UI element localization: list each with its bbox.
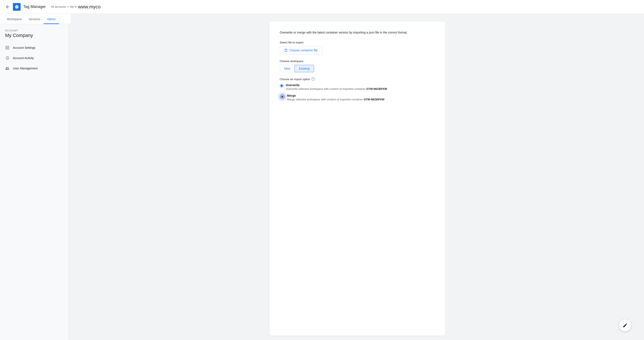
merge-desc-text: Merge selected workspace with content of…: [287, 98, 363, 101]
import-option-text: Choose an import option: [280, 78, 310, 81]
history-icon: [5, 56, 10, 60]
dialog-body: Overwrite or merge with the latest conta…: [71, 17, 644, 340]
sidebar: ACCOUNT My Company Account Settings Acco…: [0, 24, 69, 340]
main-content: ACCOUNT My Company Account Settings Acco…: [0, 24, 644, 340]
tab-versions[interactable]: Versions: [25, 15, 44, 24]
grid-icon: [5, 46, 10, 50]
overwrite-option-content: Overwrite Overwrite selected workspace w…: [286, 83, 387, 90]
select-file-label: Select file to import: [280, 41, 435, 44]
sidebar-item-label: Account Activity: [13, 56, 34, 60]
overwrite-desc-text: Overwrite selected workspace with conten…: [286, 87, 366, 90]
overwrite-label: Overwrite: [286, 83, 387, 87]
merge-radio-inner: [281, 96, 283, 98]
app-header: Tag Manager All accounts > My N www.myco: [0, 0, 644, 14]
svg-rect-0: [6, 46, 7, 48]
merge-option: Merge Merge selected workspace with cont…: [280, 94, 435, 101]
domain-name: www.myco: [78, 4, 100, 10]
workspace-toggle: New Existing: [280, 65, 435, 72]
import-option-section: Choose an import option ? Overwrite Over…: [280, 77, 435, 101]
breadcrumb: All accounts > My N www.myco: [51, 4, 100, 10]
sidebar-item-label: Account Settings: [13, 46, 36, 49]
merge-option-content: Merge Merge selected workspace with cont…: [287, 94, 384, 101]
choose-workspace-label: Choose workspace: [280, 60, 435, 63]
choose-file-button[interactable]: Choose container file: [280, 46, 322, 54]
app-title: Tag Manager: [23, 5, 46, 9]
choose-workspace-section: Choose workspace New Existing: [280, 60, 435, 72]
dialog-description: Overwrite or merge with the latest conta…: [280, 30, 435, 35]
back-button[interactable]: [4, 3, 12, 11]
merge-radio-outer: [280, 95, 284, 99]
dialog-panel: Import Container Overwrite or merge with…: [71, 0, 644, 340]
breadcrumb-all-accounts[interactable]: All accounts: [51, 5, 66, 8]
overwrite-radio[interactable]: [280, 84, 284, 88]
sidebar-item-user-management[interactable]: User Management: [0, 63, 68, 74]
dialog-card: Overwrite or merge with the latest conta…: [270, 22, 446, 336]
merge-container-id: GTM-N6ZBPXW: [364, 98, 384, 101]
workspace-new-button[interactable]: New: [280, 65, 294, 72]
tab-workspace[interactable]: Workspace: [4, 15, 25, 24]
import-option-label: Choose an import option ?: [280, 77, 435, 81]
people-icon: [5, 66, 10, 71]
tab-admin[interactable]: Admin: [44, 15, 59, 24]
help-icon[interactable]: ?: [312, 77, 315, 81]
svg-rect-3: [8, 48, 9, 49]
svg-rect-1: [8, 46, 9, 48]
sidebar-account-name: My Company: [0, 33, 68, 43]
sidebar-item-account-activity[interactable]: Account Activity: [0, 53, 68, 63]
workspace-existing-button[interactable]: Existing: [294, 65, 314, 72]
fab-button[interactable]: [619, 319, 631, 331]
overwrite-container-id: GTM-N6ZBPXW: [366, 87, 387, 90]
sidebar-account-label: ACCOUNT: [0, 29, 68, 33]
merge-radio-wrapper[interactable]: [280, 94, 285, 99]
app-logo: [13, 3, 20, 11]
sidebar-item-account-settings[interactable]: Account Settings: [0, 43, 68, 53]
merge-label: Merge: [287, 94, 384, 97]
merge-desc: Merge selected workspace with content of…: [287, 98, 384, 101]
breadcrumb-account: My N: [70, 5, 77, 8]
sidebar-item-label: User Management: [13, 67, 38, 70]
overwrite-option: Overwrite Overwrite selected workspace w…: [280, 83, 435, 90]
overwrite-desc: Overwrite selected workspace with conten…: [286, 87, 387, 90]
choose-file-label: Choose container file: [289, 49, 318, 52]
breadcrumb-sep: >: [67, 5, 69, 8]
svg-rect-2: [6, 48, 7, 49]
select-file-section: Select file to import Choose container f…: [280, 41, 435, 54]
